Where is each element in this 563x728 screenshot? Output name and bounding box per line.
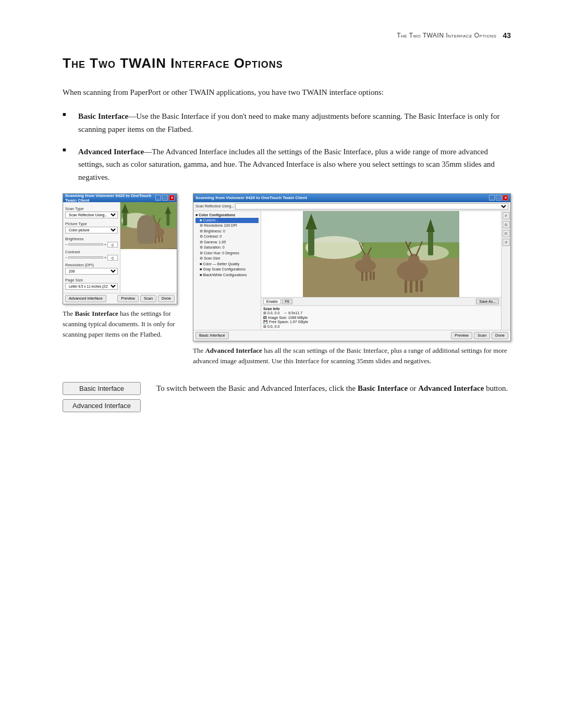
scan-button-advanced[interactable]: Scan (474, 332, 490, 339)
bullet-advanced-interface: Advanced Interface—The Advanced Interfac… (63, 145, 511, 184)
tree-item-color-better[interactable]: ■ Color — Better Quality (195, 262, 259, 267)
scan-button-basic[interactable]: Scan (140, 295, 156, 302)
bullet-basic-suffix: —Use the Basic Interface if you don't ne… (78, 112, 499, 133)
hash-icon[interactable]: # (503, 212, 510, 219)
svg-rect-29 (365, 272, 368, 281)
contrast-minus[interactable]: − (65, 256, 67, 260)
tree-item-bw[interactable]: ■ Black/White Configurations (195, 273, 259, 278)
maximize-icon[interactable]: □ (162, 195, 168, 201)
preview-button-basic[interactable]: Preview (117, 295, 139, 302)
contrast-label: Contrast (65, 250, 118, 254)
picture-type-label: Picture Type (65, 221, 118, 226)
brightness-minus[interactable]: − (65, 243, 67, 246)
brightness-plus[interactable]: + (104, 243, 106, 246)
basic-interface-window: Scanning from Visioneer 9420 to OneTouch… (63, 193, 177, 304)
svg-point-27 (362, 253, 371, 263)
contrast-plus[interactable]: + (104, 256, 106, 260)
bullet-basic-term: Basic Interface (78, 112, 128, 120)
basic-deer-photo (120, 202, 177, 249)
free-space-row: 💾 Free Space: 1.97 GByte (263, 320, 499, 324)
page-size-select[interactable]: Letter 8.5 x 11 inches (215 x 279 mm) (65, 283, 118, 290)
image-size-info: 🖼 Image Size: 1089 MByte (263, 316, 308, 319)
basic-caption: The Basic Interface has the settings for… (63, 309, 177, 340)
page-number: 43 (503, 31, 511, 40)
advanced-window-titlebar: Scanning from Visioneer 9420 to OneTouch… (193, 194, 510, 202)
advanced-toolbar-row: Scan Reflective Using... (193, 202, 510, 211)
advanced-interface-button-small[interactable]: Advanced Interface (65, 295, 106, 302)
adv-minimize-icon[interactable]: _ (489, 195, 495, 201)
adv-maximize-icon[interactable]: □ (496, 195, 501, 201)
basic-window-controls: _ □ ✕ (155, 195, 175, 201)
switch-advanced-term: Advanced Interface (418, 384, 484, 392)
zoom-icon[interactable]: Q (503, 221, 510, 228)
page: The Two TWAIN Interface Options 43 The T… (0, 0, 563, 728)
done-button-basic[interactable]: Done (158, 295, 175, 302)
picture-type-select[interactable]: Color picture (65, 227, 118, 233)
screenshots-section: Scanning from Visioneer 9420 to OneTouch… (63, 193, 511, 366)
svg-rect-8 (162, 236, 163, 242)
tree-item-grayscale[interactable]: ■ Gray Scale Configurations (195, 267, 259, 273)
switch-basic-term: Basic Interface (358, 384, 408, 392)
advanced-body: ■ Color Configurations ■ Custom... ⚙ Res… (193, 211, 510, 330)
basic-interface-button[interactable]: Basic Interface (63, 382, 141, 395)
intro-paragraph: When scanning from PaperPort or other TW… (63, 86, 511, 98)
arrow-icon[interactable]: ↺ (503, 239, 510, 246)
adv-scan-select[interactable] (235, 203, 508, 209)
crop-icon[interactable]: ⊡ (503, 230, 510, 237)
basic-interface-button-small[interactable]: Basic Interface (195, 332, 229, 339)
svg-point-4 (154, 223, 161, 230)
minimize-icon[interactable]: _ (155, 195, 161, 201)
svg-rect-6 (155, 236, 156, 243)
svg-rect-31 (373, 272, 375, 280)
tree-item-gamma[interactable]: ⚙ Gamma: 1.65 (195, 240, 259, 245)
advanced-interface-screenshot-col: Scanning from Visioneer 9420 to OneTouch… (193, 193, 511, 366)
bullet-basic-interface: Basic Interface—Use the Basic Interface … (63, 110, 511, 136)
preview-button-advanced[interactable]: Preview (451, 332, 472, 339)
basic-window-title: Scanning from Visioneer 9420 to OneTouch… (65, 193, 155, 203)
advanced-window-controls: _ □ ✕ (489, 195, 508, 201)
tree-item-saturation[interactable]: ⚙ Saturation: 0 (195, 245, 259, 251)
scan-info-header: Scan Info (263, 307, 499, 311)
page-header: The Two TWAIN Interface Options 43 (63, 31, 511, 40)
advanced-interface-window: Scanning from Visioneer 9420 to OneTouch… (193, 193, 511, 341)
tree-item-hue[interactable]: ⚙ Color Hue: 0 Degrees (195, 251, 259, 256)
advanced-window-title: Scanning from Visioneer 9420 to OneTouch… (195, 195, 307, 200)
tree-item-res[interactable]: ⚙ Resolutions 100 DPI (195, 223, 259, 229)
adv-left-panel: ■ Color Configurations ■ Custom... ⚙ Res… (193, 211, 261, 330)
color-configs-header: ■ Color Configurations (195, 213, 259, 217)
brightness-value: 0 (107, 242, 118, 248)
tree-item-custom[interactable]: ■ Custom... (195, 218, 259, 224)
advanced-bottom-bar: Basic Interface Preview Scan Done (193, 330, 510, 341)
right-tool-panel: # Q ⊡ ↺ (501, 211, 510, 330)
scan-type-select[interactable]: Scan Reflective Using... (65, 212, 118, 218)
svg-rect-5 (151, 236, 153, 243)
done-button-advanced[interactable]: Done (492, 332, 508, 339)
tree-item-brightness[interactable]: ⚙ Brightness: 0 (195, 229, 259, 235)
scan-sizes-row: 🖼 Image Size: 1089 MByte (263, 316, 499, 319)
adv-close-icon[interactable]: ✕ (503, 195, 508, 201)
scan-info-area: Scan Info ⊞ 0.0, 0.0 ↔ 8.5x11.7 🖼 Image … (261, 306, 501, 330)
resolution-select[interactable]: 200 (65, 268, 118, 275)
switch-description: To switch between the Basic and Advanced… (156, 382, 511, 395)
switch-text-suffix: button. (484, 384, 508, 392)
svg-rect-18 (303, 258, 459, 297)
tree-item-contrast[interactable]: ⚙ Contrast: 0 (195, 234, 259, 240)
advanced-interface-button[interactable]: Advanced Interface (63, 399, 141, 412)
switch-text-middle: or (408, 384, 418, 392)
bullet-advanced-text: Advanced Interface—The Advanced Interfac… (78, 145, 511, 184)
close-icon[interactable]: ✕ (169, 195, 175, 201)
save-as-tab[interactable]: Save As... (476, 299, 499, 304)
svg-point-37 (408, 254, 420, 267)
svg-rect-41 (420, 280, 423, 292)
basic-right-panel (120, 202, 177, 293)
contrast-slider[interactable] (68, 256, 103, 258)
basic-caption-term: Basic Interface (75, 310, 118, 317)
header-chapter-text: The Two TWAIN Interface Options (397, 32, 496, 39)
fit-tab[interactable]: Fit (282, 299, 292, 304)
basic-window-body: Scan Type Scan Reflective Using... Pictu… (63, 202, 177, 293)
brightness-slider[interactable] (68, 243, 103, 245)
enable-tab[interactable]: Enable (263, 299, 281, 304)
tree-item-scansize[interactable]: ⚙ Scan Size (195, 256, 259, 262)
adv-scan-label: Scan Reflective Using... (195, 204, 234, 208)
basic-bottom-bar: Advanced Interface Preview Scan Done (63, 293, 177, 304)
